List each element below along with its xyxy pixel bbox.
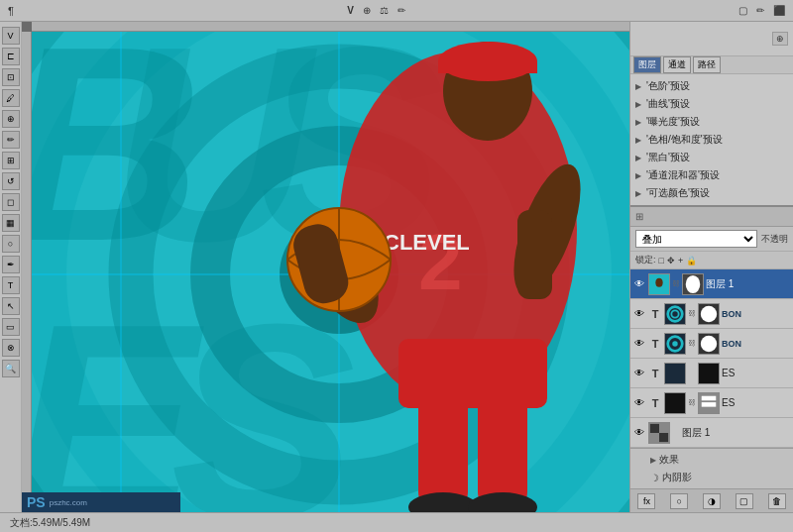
lock-label: 锁定: — [635, 254, 656, 266]
tab-layers[interactable]: 图层 — [633, 56, 661, 73]
layer-item-4[interactable]: 👁 T ES — [630, 359, 793, 388]
layer-mask-2 — [698, 303, 720, 325]
svg-text:CLEVEL: CLEVEL — [384, 230, 470, 255]
view-edit[interactable]: ✏ — [753, 5, 767, 16]
tool-path[interactable]: ↖ — [2, 297, 20, 315]
new-fill-icon: ◑ — [708, 496, 716, 506]
tool-pen[interactable]: ✒ — [2, 256, 20, 273]
blend-mode-select[interactable]: 叠加 — [635, 230, 757, 248]
tool-dodge[interactable]: ○ — [2, 235, 20, 253]
adj-item-exposure[interactable]: ▶ '曝光度'预设 — [630, 113, 793, 131]
fx-button[interactable]: fx — [637, 493, 655, 509]
opacity-label: 不透明 — [761, 233, 788, 246]
right-panel: ⊕ 图层 通道 路径 ▶ '色阶'预设 ▶ '曲线'预设 — [629, 22, 793, 512]
layer-thumb-4 — [664, 363, 686, 384]
effect-inner-shadow[interactable]: ☽ 内阴影 — [635, 469, 788, 486]
adj-item-bw[interactable]: ▶ '黑白'预设 — [630, 149, 793, 166]
layer-name-5: ES — [722, 397, 791, 408]
tool-heal[interactable]: ⊕ — [2, 110, 20, 128]
tab-paths[interactable]: 路径 — [693, 56, 721, 73]
lock-padlock[interactable]: 🔒 — [686, 256, 697, 266]
svg-rect-46 — [665, 364, 685, 383]
adj-item-hue[interactable]: ▶ '色相/饱和度'预设 — [630, 131, 793, 149]
tab-icon-adj[interactable]: ⊕ — [772, 32, 788, 46]
tool-zoom[interactable]: 🔍 — [2, 360, 20, 377]
delete-layer-button[interactable]: 🗑 — [768, 493, 786, 509]
tab-channels[interactable]: 通道 — [663, 56, 691, 73]
layer-mask-5 — [698, 392, 720, 414]
tool-select[interactable]: V — [2, 27, 20, 45]
new-fill-layer-button[interactable]: ◑ — [703, 493, 721, 509]
layer-name-4: ES — [722, 368, 791, 378]
layer-eye-5[interactable]: 👁 — [632, 396, 646, 410]
add-layer-mask-button[interactable]: ○ — [670, 493, 688, 509]
tool-gradient[interactable]: ▦ — [2, 214, 20, 232]
layer-eye-1[interactable]: 👁 — [632, 277, 646, 291]
adj-item-curves[interactable]: ▶ '曲线'预设 — [630, 95, 793, 113]
layer-item-2[interactable]: 👁 T ⛓ BON — [630, 299, 793, 329]
adj-arrow-channel-mixer: ▶ — [635, 171, 643, 180]
layer-eye-3[interactable]: 👁 — [632, 337, 646, 351]
layer-item-5[interactable]: 👁 T ⛓ ES — [630, 388, 793, 418]
ps-subtitle-text: pszhc.com — [50, 498, 87, 507]
layer-eye-2[interactable]: 👁 — [632, 307, 646, 321]
tool-scale[interactable]: ⚖ — [377, 5, 392, 16]
adj-item-levels[interactable]: ▶ '色阶'预设 — [630, 77, 793, 95]
tool-brush[interactable]: ✏ — [2, 131, 20, 149]
trash-icon: 🗑 — [772, 496, 781, 506]
adjustments-list: ▶ '色阶'预设 ▶ '曲线'预设 ▶ '曝光度'预设 ▶ '色相/饱和度'预设… — [630, 74, 793, 207]
tool-shape[interactable]: ▭ — [2, 318, 20, 336]
lock-plus[interactable]: + — [678, 256, 683, 266]
adj-arrow-exposure: ▶ — [635, 118, 643, 127]
view-fill[interactable]: ⬛ — [770, 5, 788, 16]
layer-eye-6[interactable]: 👁 — [632, 426, 646, 440]
ps-brand-text: PS — [27, 494, 46, 510]
layers-list: 👁 ⛓ 图层 1 👁 T — [630, 269, 793, 488]
adj-item-selective-color[interactable]: ▶ '可选颜色'预设 — [630, 184, 793, 202]
tool-history[interactable]: ↺ — [2, 172, 20, 190]
svg-rect-53 — [650, 423, 659, 432]
svg-rect-50 — [702, 395, 717, 400]
layer-item-1[interactable]: 👁 ⛓ 图层 1 — [630, 269, 793, 299]
layer-thumb-2 — [664, 303, 686, 325]
inner-shadow-icon: ☽ — [650, 473, 659, 483]
adj-label-hue: '色相/饱和度'预设 — [646, 133, 723, 147]
tool-lasso[interactable]: ⊏ — [2, 48, 20, 65]
panel-bottom: fx ○ ◑ ▢ 🗑 — [630, 488, 793, 512]
adj-arrow-bw: ▶ — [635, 154, 643, 162]
new-layer-button[interactable]: ▢ — [736, 493, 753, 509]
tool-v[interactable]: V — [344, 5, 357, 16]
layer-thumb-5 — [664, 392, 686, 414]
panel-toggle[interactable]: ¶ — [5, 5, 17, 17]
tool-eyedrop[interactable]: 🖊 — [2, 89, 20, 107]
app-container: ¶ V ⊕ ⚖ ✏ ▢ ✏ ⬛ V ⊏ ⊡ 🖊 ⊕ ✏ ⊞ ↺ ◻ ▦ ○ ✒ — [0, 0, 793, 532]
tool-type[interactable]: T — [2, 276, 20, 294]
layer-chain-1: ⛓ — [672, 279, 680, 288]
lock-move[interactable]: ✥ — [667, 256, 675, 266]
svg-rect-24 — [438, 61, 537, 73]
svg-point-45 — [701, 335, 717, 351]
tool-3d[interactable]: ⊗ — [2, 339, 20, 357]
tool-crop[interactable]: ⊡ — [2, 68, 20, 86]
effects-title: 效果 — [659, 453, 679, 467]
svg-rect-31 — [517, 210, 552, 299]
left-toolbar: V ⊏ ⊡ 🖊 ⊕ ✏ ⊞ ↺ ◻ ▦ ○ ✒ T ↖ ▭ ⊗ 🔍 — [0, 22, 22, 512]
layer-item-6[interactable]: 👁 图层 1 — [630, 418, 793, 448]
tool-target[interactable]: ⊕ — [360, 5, 374, 16]
tool-pen[interactable]: ✏ — [395, 5, 408, 16]
layer-chain-3: ⛓ — [688, 339, 696, 348]
tool-eraser[interactable]: ◻ — [2, 193, 20, 211]
status-doc-info: 文档:5.49M/5.49M — [10, 516, 90, 530]
lock-checkbox[interactable]: □ — [659, 256, 664, 266]
svg-rect-30 — [398, 339, 547, 408]
layer-name-2: BON — [722, 309, 791, 319]
tool-stamp[interactable]: ⊞ — [2, 152, 20, 169]
view-square[interactable]: ▢ — [736, 5, 750, 16]
ruler-top — [32, 22, 629, 32]
layer-item-3[interactable]: 👁 T ⛓ BON — [630, 329, 793, 359]
artwork-svg: B U S E S 2 — [32, 32, 629, 512]
adj-item-channel-mixer[interactable]: ▶ '通道混和器'预设 — [630, 166, 793, 184]
layer-chain-5: ⛓ — [688, 398, 696, 407]
layer-mask-3 — [698, 333, 720, 355]
layer-eye-4[interactable]: 👁 — [632, 367, 646, 380]
